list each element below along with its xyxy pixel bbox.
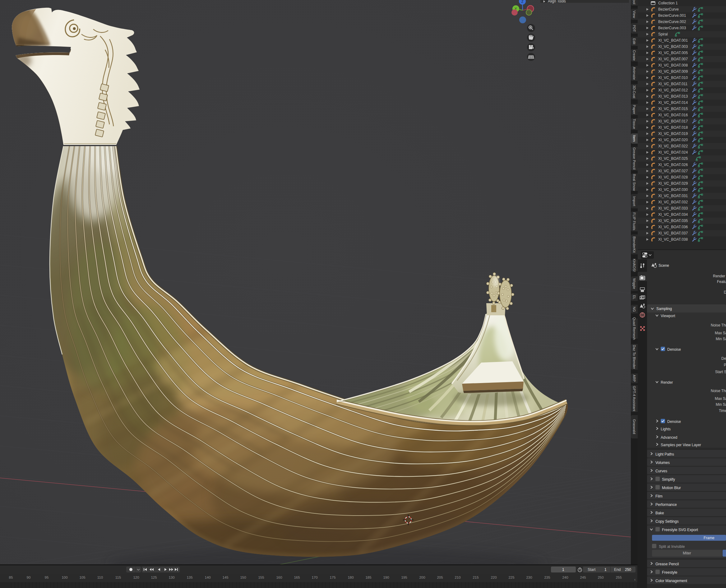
svg-text:Align Tools: Align Tools <box>548 0 566 3</box>
svg-text:Z: Z <box>521 0 524 3</box>
